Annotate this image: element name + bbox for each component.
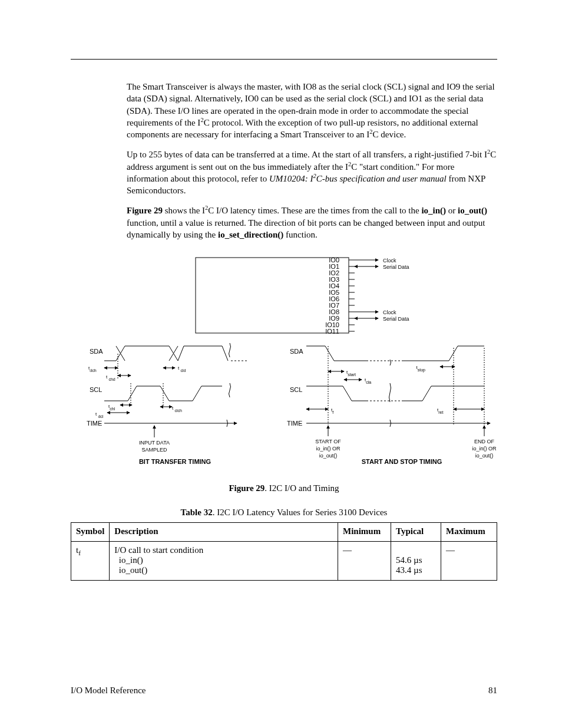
end-label: END OF [474,439,495,444]
start-label: io_out() [319,453,338,459]
th-description: Description [110,523,338,542]
sample-label: INPUT DATA [139,440,170,446]
pin-label: Serial Data [383,316,409,322]
code-ref: io_out() [458,206,487,215]
subtitle: START AND STOP TIMING [362,458,442,465]
pin-label: Clock [383,258,396,263]
chip-block: IO0 IO1 IO2 IO3 IO4 IO5 IO6 IO7 IO8 IO9 … [196,256,409,335]
t-label: tstart [346,370,356,377]
time-label: TIME [287,420,302,427]
table-row: tf I/O call to start condition io_in() i… [71,542,497,581]
paragraph-1: The Smart Transceiver is always the mast… [127,81,497,140]
page-footer: I/O Model Reference 81 [71,686,497,696]
body-text-block: The Smart Transceiver is always the mast… [127,81,497,241]
figure-29: IO0 IO1 IO2 IO3 IO4 IO5 IO6 IO7 IO8 IO9 … [71,255,497,467]
t-label: tchl [108,404,115,411]
sda-label: SDA [90,348,103,355]
start-label: START OF [315,439,341,444]
t-label: t chd [106,374,115,381]
text: Up to 255 bytes of data can be transferr… [127,150,487,159]
typ-line: 43.4 µs [396,565,422,575]
figure-text: . I2C I/O and Timing [265,483,339,493]
end-label: io_out() [475,453,494,459]
desc-line: io_out() [119,565,147,575]
th-symbol: Symbol [71,523,110,542]
table-label: Table 32 [181,508,213,517]
table-text: . I2C I/O Latency Values for Series 3100… [213,508,388,517]
th-typical: Typical [391,523,441,542]
text-italic: C-bus specification and user manual [316,174,447,183]
t-label: t dcl [95,411,104,419]
figure-label: Figure 29 [229,483,265,493]
t-label: tstop [416,365,426,373]
sda-label: SDA [290,348,303,355]
th-minimum: Minimum [338,523,391,542]
time-label: TIME [87,420,102,427]
text: or [446,206,458,215]
footer-title: I/O Model Reference [71,686,146,696]
table-caption: Table 32. I2C I/O Latency Values for Ser… [71,508,497,518]
pin-label: Serial Data [383,264,409,270]
start-label: io_in() OR [316,446,340,452]
td-minimum: — [338,542,391,581]
td-description: I/O call to start condition io_in() io_o… [110,542,338,581]
t-label: t clch [172,406,182,413]
t-label: tdch [88,365,97,373]
io-label: IO11 [325,328,339,335]
timing-diagram: IO0 IO1 IO2 IO3 IO4 IO5 IO6 IO7 IO8 IO9 … [72,255,496,467]
bit-transfer-timing: SDA tdch t cld t chd SCL [87,343,249,465]
top-rule [71,59,497,60]
pin-label: Clock [383,309,396,315]
text: function. [283,230,318,239]
paragraph-2: Up to 255 bytes of data can be transferr… [127,149,497,196]
page: The Smart Transceiver is always the mast… [0,0,562,728]
scl-label: SCL [290,386,302,393]
td-maximum: — [441,542,497,581]
figure-ref: Figure 29 [127,206,163,215]
td-symbol: tf [71,542,110,581]
text-italic: UM10204: I [269,174,313,183]
typ-line: 54.6 µs [396,555,422,565]
th-maximum: Maximum [441,523,497,542]
code-ref: io_set_direction() [218,230,283,239]
paragraph-3: Figure 29 shows the I2C I/O latency time… [127,205,497,241]
code-ref: io_in() [421,206,446,215]
sample-label: SAMPLED [141,447,167,453]
end-label: io_in() OR [472,446,496,452]
figure-caption: Figure 29. I2C I/O and Timing [71,483,497,493]
text: shows the I [163,206,205,215]
symbol-sub: f [78,549,81,556]
start-stop-timing: SDA tstart tstop tcla SCL [287,346,496,465]
table-header-row: Symbol Description Minimum Typical Maxim… [71,523,497,542]
t-label: tf [331,407,333,414]
latency-table: Symbol Description Minimum Typical Maxim… [71,522,497,581]
t-label: tcla [365,377,371,384]
subtitle: BIT TRANSFER TIMING [139,458,211,465]
text: C device. [373,130,406,139]
td-typical: 54.6 µs 43.4 µs [391,542,441,581]
text: C I/O latency times. These are the times… [208,206,421,215]
t-label: t cld [178,365,186,373]
desc-line: io_in() [119,555,143,565]
scl-label: SCL [90,386,102,393]
footer-page: 81 [488,686,497,696]
desc-line: I/O call to start condition [114,545,203,555]
t-label: tret [437,407,443,414]
